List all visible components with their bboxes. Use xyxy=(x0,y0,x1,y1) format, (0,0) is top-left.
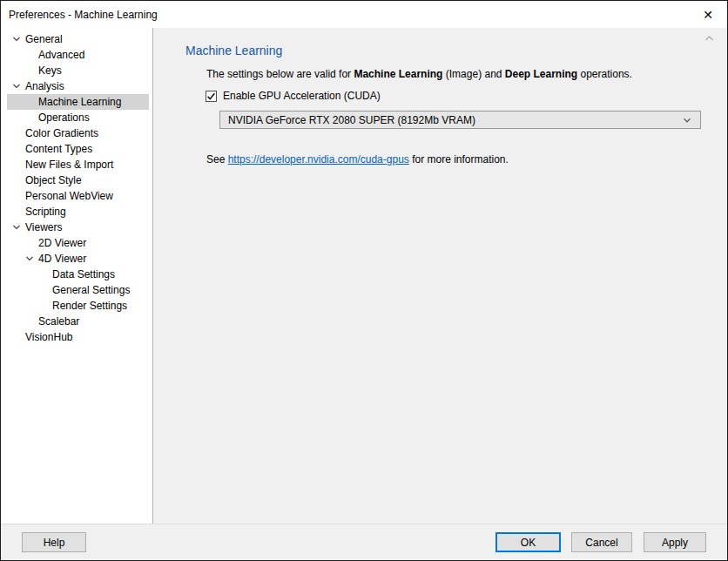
chevron-placeholder xyxy=(11,172,22,188)
sidebar-item-label: Viewers xyxy=(25,221,62,233)
sidebar-item-label: Analysis xyxy=(25,80,64,92)
description-text: (Image) and xyxy=(442,68,504,80)
sidebar-item-2d-viewer[interactable]: 2D Viewer xyxy=(7,235,149,251)
sidebar-item-visionhub[interactable]: VisionHub xyxy=(7,329,149,345)
sidebar-item-general-settings[interactable]: General Settings xyxy=(7,282,149,298)
chevron-placeholder xyxy=(11,125,22,141)
sidebar-item-label: 2D Viewer xyxy=(38,237,86,249)
section-collapse-button[interactable] xyxy=(702,32,716,44)
sidebar-item-data-settings[interactable]: Data Settings xyxy=(7,267,149,282)
chevron-placeholder xyxy=(11,141,22,157)
sidebar-item-label: New Files & Import xyxy=(25,159,113,171)
sidebar-item-new-files-import[interactable]: New Files & Import xyxy=(7,157,149,172)
sidebar-item-label: Scalebar xyxy=(38,315,79,328)
close-button[interactable]: ✕ xyxy=(689,1,727,28)
dialog-footer: Help OK Cancel Apply xyxy=(1,524,727,560)
sidebar-item-label: Render Settings xyxy=(52,300,127,312)
apply-button[interactable]: Apply xyxy=(644,532,706,552)
sidebar-item-label: 4D Viewer xyxy=(38,253,86,265)
description-text: The settings below are valid for xyxy=(206,68,354,80)
gpu-acceleration-row: Enable GPU Acceleration (CUDA) xyxy=(206,90,727,102)
chevron-placeholder xyxy=(38,282,49,298)
close-icon: ✕ xyxy=(703,8,713,22)
sidebar-item-4d-viewer[interactable]: 4D Viewer xyxy=(7,251,149,267)
sidebar-item-render-settings[interactable]: Render Settings xyxy=(7,298,149,314)
chevron-placeholder xyxy=(38,298,49,314)
description-bold-machine-learning: Machine Learning xyxy=(354,68,442,80)
checkmark-icon xyxy=(206,91,217,102)
gpu-device-value: NVIDIA GeForce RTX 2080 SUPER (8192Mb VR… xyxy=(228,114,475,126)
settings-description: The settings below are valid for Machine… xyxy=(206,68,727,81)
chevron-down-icon[interactable] xyxy=(11,78,22,94)
settings-panel: Machine Learning The settings below are … xyxy=(153,28,727,524)
gpu-acceleration-label[interactable]: Enable GPU Acceleration (CUDA) xyxy=(223,90,381,102)
sidebar-item-label: Operations xyxy=(38,112,90,124)
sidebar-item-label: Data Settings xyxy=(52,268,115,280)
chevron-placeholder xyxy=(24,47,35,63)
info-text: for more information. xyxy=(409,153,509,166)
sidebar-item-label: VisionHub xyxy=(25,331,72,343)
window-title: Preferences - Machine Learning xyxy=(9,9,158,21)
description-bold-deep-learning: Deep Learning xyxy=(505,68,577,80)
info-text: See xyxy=(206,153,228,166)
sidebar-item-scripting[interactable]: Scripting xyxy=(7,204,149,220)
sidebar-item-label: General xyxy=(25,33,63,45)
sidebar-item-keys[interactable]: Keys xyxy=(7,63,149,78)
sidebar-item-general[interactable]: General xyxy=(7,31,149,47)
sidebar-item-label: Personal WebView xyxy=(25,190,113,202)
chevron-placeholder xyxy=(24,235,35,251)
chevron-down-icon xyxy=(682,115,692,125)
preferences-tree: General Advanced Keys Analysis Machine L… xyxy=(1,28,153,524)
title-bar: Preferences - Machine Learning ✕ xyxy=(1,1,727,28)
sidebar-item-label: Keys xyxy=(38,64,62,77)
gpu-acceleration-checkbox[interactable] xyxy=(206,91,217,102)
cancel-button[interactable]: Cancel xyxy=(571,532,632,552)
chevron-placeholder xyxy=(11,329,22,345)
chevron-placeholder xyxy=(24,63,35,78)
chevron-down-icon[interactable] xyxy=(11,31,22,47)
chevron-down-icon[interactable] xyxy=(11,220,22,235)
chevron-placeholder xyxy=(24,110,35,125)
sidebar-item-object-style[interactable]: Object Style xyxy=(7,172,149,188)
sidebar-item-label: Machine Learning xyxy=(38,96,121,108)
sidebar-item-label: Advanced xyxy=(38,49,84,61)
section-title: Machine Learning xyxy=(185,44,727,57)
ok-button[interactable]: OK xyxy=(495,532,561,552)
sidebar-item-label: Object Style xyxy=(25,174,82,186)
sidebar-item-content-types[interactable]: Content Types xyxy=(7,141,149,157)
sidebar-item-advanced[interactable]: Advanced xyxy=(7,47,149,63)
help-button[interactable]: Help xyxy=(22,532,86,552)
preferences-dialog: Preferences - Machine Learning ✕ General… xyxy=(0,0,728,561)
dialog-body: General Advanced Keys Analysis Machine L… xyxy=(1,28,727,524)
sidebar-item-label: General Settings xyxy=(52,284,130,296)
sidebar-item-color-gradients[interactable]: Color Gradients xyxy=(7,125,149,141)
sidebar-item-operations[interactable]: Operations xyxy=(7,110,149,125)
sidebar-item-personal-webview[interactable]: Personal WebView xyxy=(7,188,149,204)
chevron-placeholder xyxy=(38,267,49,282)
chevron-placeholder xyxy=(11,157,22,172)
sidebar-item-scalebar[interactable]: Scalebar xyxy=(7,314,149,329)
cuda-gpus-link[interactable]: https://developer.nvidia.com/cuda-gpus xyxy=(228,153,409,166)
chevron-placeholder xyxy=(11,188,22,204)
sidebar-item-label: Scripting xyxy=(25,206,66,218)
sidebar-item-analysis[interactable]: Analysis xyxy=(7,78,149,94)
chevron-placeholder xyxy=(11,204,22,220)
sidebar-item-viewers[interactable]: Viewers xyxy=(7,220,149,235)
chevron-placeholder xyxy=(24,314,35,329)
chevron-placeholder xyxy=(24,94,35,110)
description-text: operations. xyxy=(577,68,632,80)
cuda-info-line: See https://developer.nvidia.com/cuda-gp… xyxy=(206,153,727,166)
sidebar-item-label: Content Types xyxy=(25,143,92,155)
chevron-up-icon xyxy=(704,34,715,43)
gpu-device-select[interactable]: NVIDIA GeForce RTX 2080 SUPER (8192Mb VR… xyxy=(219,111,701,129)
sidebar-item-label: Color Gradients xyxy=(25,127,98,139)
sidebar-item-machine-learning[interactable]: Machine Learning xyxy=(7,94,149,110)
chevron-down-icon[interactable] xyxy=(24,251,35,267)
